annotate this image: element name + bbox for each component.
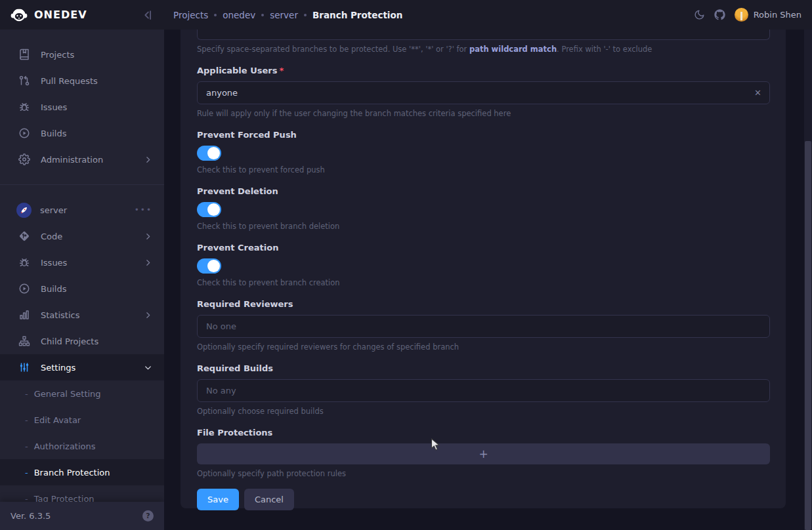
sidebar-item-builds[interactable]: Builds (0, 120, 164, 146)
sidebar-item-label: Statistics (41, 310, 144, 320)
sidebar-subitem-branch-protection[interactable]: - Branch Protection (0, 459, 164, 485)
sidebar-item-label: Pull Requests (41, 76, 152, 86)
sidebar-item-label: Projects (41, 50, 152, 60)
sidebar-item-child-projects[interactable]: Child Projects (0, 328, 164, 354)
sidebar-item-label: Settings (41, 363, 144, 373)
breadcrumb-onedev[interactable]: onedev (223, 10, 255, 20)
breadcrumb-separator (214, 14, 217, 16)
project-name: server (40, 205, 135, 215)
subitem-label: Authorizations (34, 441, 96, 451)
required-asterisk: * (279, 66, 284, 75)
sidebar-item-code[interactable]: Code (0, 223, 164, 249)
chevron-right-icon (144, 258, 152, 267)
branches-help-text: Specify space-separated branches to be p… (197, 45, 469, 54)
bug-icon (18, 101, 30, 113)
bug-icon (18, 256, 30, 268)
branches-help-suffix: . Prefix with '-' to exclude (557, 45, 652, 54)
ellipsis-icon[interactable]: ••• (135, 205, 152, 214)
sidebar-collapse-icon[interactable] (140, 8, 155, 22)
github-icon[interactable] (714, 9, 725, 20)
subitem-label: General Setting (34, 389, 101, 399)
app-title: ONEDEV (34, 9, 140, 21)
required-builds-help: Optionally choose required builds (197, 407, 770, 416)
sidebar-item-label: Builds (41, 284, 152, 294)
prevent-forced-push-help: Check this to prevent forced push (197, 165, 770, 174)
sidebar-item-label: Builds (41, 129, 152, 138)
sidebar-subitem-general-setting[interactable]: - General Setting (0, 380, 164, 407)
sidebar-subitem-authorizations[interactable]: - Authorizations (0, 433, 164, 459)
gear-icon (18, 153, 30, 165)
required-builds-input[interactable] (197, 379, 770, 402)
file-protections-label: File Protections (197, 428, 770, 438)
chevron-right-icon (144, 311, 152, 319)
dark-mode-moon-icon[interactable] (694, 9, 705, 20)
branch-protection-form: Specify space-separated branches to be p… (181, 30, 786, 508)
page-scrollbar (804, 30, 812, 530)
sidebar-item-label: Issues (41, 258, 144, 268)
user-menu[interactable]: Robin Shen (735, 8, 801, 22)
subitem-label: Branch Protection (34, 468, 110, 478)
sidebar-item-statistics[interactable]: Statistics (0, 302, 164, 328)
applicable-users-input[interactable] (197, 81, 770, 104)
applicable-users-label: Applicable Users* (197, 66, 770, 75)
required-reviewers-help: Optionally specify required reviewers fo… (197, 342, 770, 352)
sidebar-item-label: Child Projects (41, 336, 152, 346)
chevron-down-icon (144, 363, 152, 372)
prevent-deletion-label: Prevent Deletion (197, 186, 770, 196)
prevent-creation-help: Check this to prevent branch creation (197, 278, 770, 287)
user-avatar (735, 8, 748, 22)
sidebar-item-issues[interactable]: Issues (0, 94, 164, 120)
add-file-protection-button[interactable]: + (197, 443, 770, 464)
branches-help: Specify space-separated branches to be p… (197, 45, 770, 54)
dash-bullet: - (25, 468, 28, 478)
breadcrumb-server[interactable]: server (270, 10, 298, 20)
sidebar-project-header[interactable]: server ••• (0, 197, 164, 223)
header-actions: Robin Shen (694, 8, 812, 22)
top-header: ONEDEV Projects onedev server Branch Pro… (0, 0, 812, 30)
sidebar-subitem-edit-avatar[interactable]: - Edit Avatar (0, 407, 164, 433)
chevron-right-icon (144, 232, 152, 241)
hierarchy-icon (18, 335, 30, 347)
breadcrumb: Projects onedev server Branch Protection (164, 10, 694, 20)
breadcrumb-projects[interactable]: Projects (173, 10, 208, 20)
chevron-right-icon (144, 155, 152, 164)
path-wildcard-match-link[interactable]: path wildcard match (469, 45, 557, 54)
prevent-deletion-toggle[interactable] (197, 202, 221, 217)
dash-bullet: - (25, 441, 28, 451)
sidebar-item-project-builds[interactable]: Builds (0, 275, 164, 302)
prevent-deletion-help: Check this to prevent branch deletion (197, 222, 770, 231)
sidebar-item-label: Code (41, 232, 144, 241)
sidebar-item-label: Issues (41, 102, 152, 112)
required-reviewers-label: Required Reviewers (197, 299, 770, 309)
required-builds-label: Required Builds (197, 363, 770, 373)
app-root: ONEDEV Projects onedev server Branch Pro… (0, 0, 812, 530)
breadcrumb-separator (304, 14, 307, 16)
play-circle-icon (18, 283, 30, 295)
sidebar-item-administration[interactable]: Administration (0, 146, 164, 173)
toggle-knob (207, 147, 220, 159)
sidebar: Projects Pull Requests Issues (0, 30, 164, 530)
sidebar-item-settings[interactable]: Settings (0, 354, 164, 380)
help-icon[interactable]: ? (142, 510, 154, 521)
sidebar-item-pull-requests[interactable]: Pull Requests (0, 68, 164, 94)
save-button[interactable]: Save (197, 489, 239, 510)
required-reviewers-input[interactable] (197, 315, 770, 338)
onedev-logo-icon (11, 7, 28, 24)
scrollbar-thumb[interactable] (805, 141, 811, 530)
prevent-creation-toggle[interactable] (197, 258, 221, 274)
branches-input-partial[interactable] (197, 30, 770, 40)
file-protections-help: Optionally specify path protection rules (197, 469, 770, 478)
version-label: Ver. 6.3.5 (11, 511, 51, 521)
plus-icon: + (479, 447, 488, 460)
prevent-creation-label: Prevent Creation (197, 243, 770, 253)
cancel-button[interactable]: Cancel (244, 489, 294, 510)
sidebar-item-project-issues[interactable]: Issues (0, 249, 164, 275)
applicable-users-help: Rule will apply only if the user changin… (197, 109, 770, 118)
clear-icon[interactable]: ✕ (754, 89, 761, 97)
user-name: Robin Shen (754, 10, 801, 20)
dash-bullet: - (25, 389, 28, 399)
sidebar-item-projects[interactable]: Projects (0, 41, 164, 68)
bar-chart-icon (18, 309, 30, 321)
prevent-forced-push-toggle[interactable] (197, 146, 221, 161)
sidebar-divider (0, 184, 164, 185)
